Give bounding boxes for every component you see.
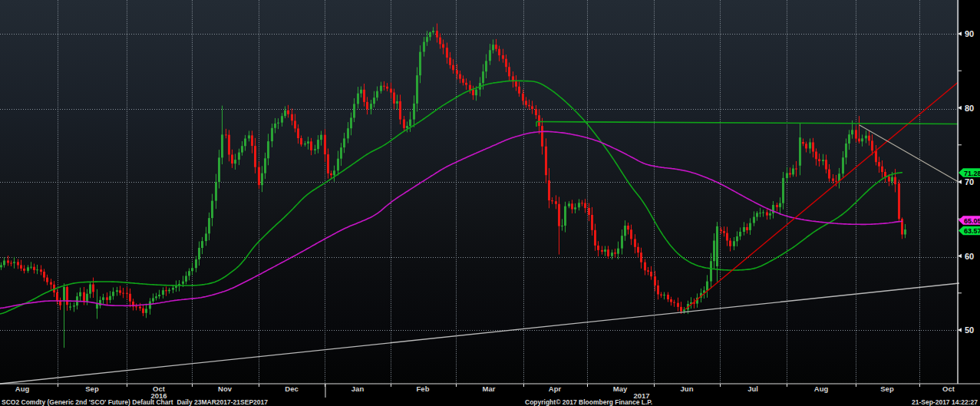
svg-text:Oct: Oct <box>942 385 955 393</box>
svg-text:21-Sep-2017 14:22:27: 21-Sep-2017 14:22:27 <box>912 398 978 406</box>
svg-text:Aug: Aug <box>15 385 30 393</box>
svg-text:50: 50 <box>965 325 974 335</box>
svg-text:70: 70 <box>965 177 974 186</box>
svg-text:Copyright© 2017 Bloomberg Fina: Copyright© 2017 Bloomberg Finance L.P. <box>525 398 652 406</box>
svg-text:Jun: Jun <box>681 385 694 393</box>
svg-text:Sep: Sep <box>85 385 99 393</box>
svg-text:Nov: Nov <box>218 385 233 393</box>
svg-text:63.57: 63.57 <box>964 227 980 235</box>
svg-text:60: 60 <box>965 252 974 261</box>
svg-text:SCO2 Comdty (Generic 2nd 'SCO': SCO2 Comdty (Generic 2nd 'SCO' Future) D… <box>2 398 268 406</box>
svg-text:Jul: Jul <box>747 385 758 393</box>
svg-text:Aug: Aug <box>814 385 829 393</box>
svg-text:Jan: Jan <box>351 385 365 393</box>
svg-text:May: May <box>613 385 628 393</box>
svg-text:80: 80 <box>965 104 974 113</box>
svg-text:65.05: 65.05 <box>964 217 980 225</box>
svg-text:Feb: Feb <box>417 385 430 393</box>
svg-text:Apr: Apr <box>549 385 562 393</box>
svg-text:Dec: Dec <box>285 385 298 393</box>
svg-text:90: 90 <box>965 29 974 38</box>
svg-text:71.28: 71.28 <box>964 170 980 177</box>
svg-text:Mar: Mar <box>483 385 496 393</box>
svg-text:Sep: Sep <box>880 385 894 393</box>
